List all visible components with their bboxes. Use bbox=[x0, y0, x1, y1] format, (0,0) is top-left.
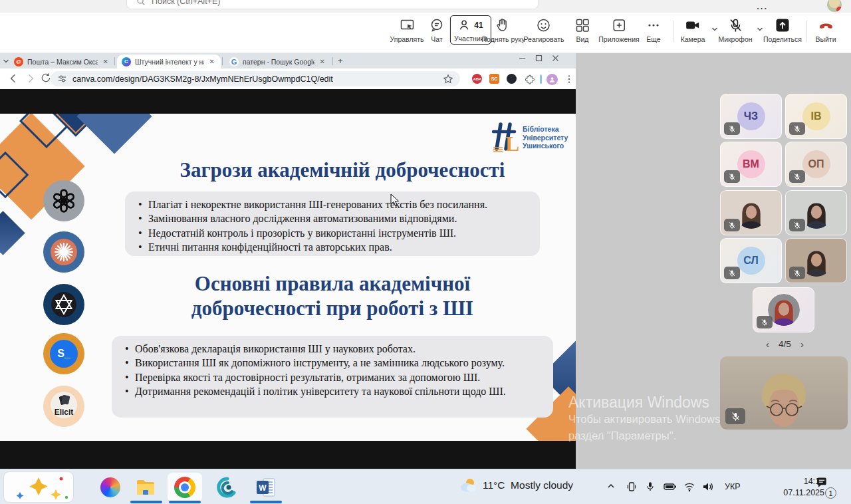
tiles-pagination: ‹ 4/5 › bbox=[750, 338, 820, 350]
tab-search-icon[interactable] bbox=[3, 59, 9, 64]
mic-chevron-icon[interactable] bbox=[757, 27, 763, 32]
chrome-icon[interactable] bbox=[172, 475, 197, 500]
apps-icon bbox=[611, 17, 627, 33]
clock[interactable]: 14:12 07.11.2025 bbox=[755, 476, 824, 499]
weather-icon bbox=[459, 476, 477, 495]
leave-icon bbox=[818, 17, 834, 33]
weather-desc: Mostly cloudy bbox=[511, 479, 573, 491]
tab-close-icon[interactable]: ✕ bbox=[102, 58, 110, 65]
widgets-button[interactable] bbox=[4, 472, 73, 502]
file-explorer-icon[interactable] bbox=[133, 475, 158, 500]
raise-hand-button[interactable]: Поднять руку bbox=[482, 17, 525, 43]
tray-chevron-icon[interactable] bbox=[606, 481, 616, 493]
google-favicon: G bbox=[229, 57, 239, 66]
participant-tile[interactable] bbox=[785, 190, 847, 235]
copilot-icon[interactable] bbox=[98, 475, 123, 500]
chat-label: Чат bbox=[431, 35, 442, 43]
participant-tile-single[interactable] bbox=[753, 287, 814, 332]
vc-toolbar: Управлять Чат 41 Участники Поднять руку … bbox=[0, 13, 851, 53]
bookmark-star-icon[interactable] bbox=[443, 74, 453, 84]
browser-menu-icon[interactable] bbox=[564, 74, 574, 84]
word-running-indicator bbox=[250, 501, 282, 503]
participant-tile[interactable]: ЧЗ bbox=[720, 94, 782, 139]
pagination-prev-icon[interactable]: ‹ bbox=[766, 338, 769, 350]
pagination-next-icon[interactable]: › bbox=[800, 338, 804, 350]
more-button[interactable]: Еще bbox=[646, 17, 662, 43]
participants-icon bbox=[458, 18, 473, 33]
chat-button[interactable]: Чат bbox=[429, 17, 445, 43]
participant-tile[interactable]: СЛ bbox=[720, 238, 782, 283]
tray-wifi-icon[interactable] bbox=[683, 481, 695, 495]
share-button[interactable]: Поделиться bbox=[763, 17, 802, 43]
tab-close-icon[interactable]: ✕ bbox=[208, 58, 216, 65]
adblock-extension-icon[interactable]: ABP bbox=[472, 74, 482, 84]
word-icon[interactable]: W bbox=[253, 475, 279, 500]
participant-tile[interactable]: ОП bbox=[785, 142, 847, 187]
tab-close-icon[interactable]: ✕ bbox=[318, 58, 326, 65]
forward-icon[interactable] bbox=[24, 72, 37, 85]
url-bar[interactable]: canva.com/design/DAG3KSM2g-8/JxMymNEhErU… bbox=[51, 71, 460, 86]
participant-tile[interactable] bbox=[720, 190, 782, 235]
browser-content: L Бібліотека Університету Ушинського Заг… bbox=[0, 89, 576, 469]
profile-avatar[interactable] bbox=[547, 74, 558, 85]
react-icon bbox=[536, 17, 552, 33]
decor-diamond-navy-2 bbox=[0, 211, 25, 255]
sc-extension-icon[interactable]: SC bbox=[489, 74, 499, 84]
pinned-indicator bbox=[540, 74, 542, 84]
toolbar-separator-2 bbox=[806, 21, 807, 42]
tab-mail[interactable]: @ Пошта – Максим Оксана Ана ✕ bbox=[9, 55, 114, 68]
share-label: Поделиться bbox=[763, 35, 802, 43]
site-settings-icon[interactable] bbox=[57, 74, 67, 84]
self-video-tile[interactable] bbox=[720, 356, 848, 430]
slide-title-2: Основні правила академічної доброчесност… bbox=[70, 271, 576, 320]
weather-widget[interactable]: 11°C Mostly cloudy bbox=[459, 476, 573, 495]
react-button[interactable]: Реагировать bbox=[524, 17, 564, 43]
view-icon bbox=[574, 17, 590, 33]
dark-extension-icon[interactable] bbox=[507, 74, 517, 84]
maximize-icon[interactable] bbox=[535, 55, 543, 62]
bullet-item: Перевірка якості та достовірності резуль… bbox=[125, 370, 543, 384]
participant-tile[interactable]: ІВ bbox=[785, 94, 847, 139]
participant-tile[interactable]: ВМ bbox=[720, 142, 782, 187]
muted-mic-badge bbox=[725, 408, 745, 424]
leave-button[interactable]: Выйти bbox=[815, 17, 836, 43]
apps-button[interactable]: Приложения bbox=[598, 17, 639, 43]
window-controls bbox=[519, 55, 559, 62]
star-tool-icon bbox=[43, 284, 84, 325]
camera-icon bbox=[685, 17, 701, 33]
tray-device-icon[interactable] bbox=[626, 481, 637, 495]
manage-label: Управлять bbox=[390, 35, 424, 43]
mouse-cursor bbox=[390, 193, 400, 207]
view-button[interactable]: Вид bbox=[574, 17, 590, 43]
search-input[interactable]: Поиск (Ctrl+Alt+E) bbox=[126, 0, 539, 9]
slide-title-1: Загрози академічній доброчесності bbox=[80, 158, 576, 182]
extensions-puzzle-icon[interactable] bbox=[524, 74, 535, 85]
scispace-icon: S_ bbox=[43, 333, 84, 374]
user-avatar[interactable] bbox=[827, 0, 842, 12]
window-more-button[interactable]: ... bbox=[757, 1, 768, 11]
camera-button[interactable]: Камера bbox=[681, 17, 705, 43]
tab-canva[interactable]: C Штучний інтелект у науковій д ✕ bbox=[117, 55, 221, 68]
muted-mic-badge bbox=[789, 122, 805, 135]
bullet-item: Обов'язкова декларація використання ШІ у… bbox=[125, 342, 543, 356]
camera-chevron-icon[interactable] bbox=[711, 27, 718, 32]
mail-favicon: @ bbox=[14, 57, 23, 66]
minimize-icon[interactable] bbox=[519, 55, 526, 62]
tray-volume-icon[interactable] bbox=[702, 481, 714, 495]
muted-mic-badge bbox=[724, 170, 740, 183]
new-tab-button[interactable]: + bbox=[338, 56, 343, 66]
manage-button[interactable]: Управлять bbox=[390, 17, 424, 43]
mic-label: Микрофон bbox=[718, 35, 752, 43]
tray-battery-icon[interactable] bbox=[664, 481, 677, 495]
back-icon[interactable] bbox=[7, 72, 20, 85]
participant-tile[interactable] bbox=[785, 238, 847, 283]
bullet-item: Недостатній контроль і прозорість у вико… bbox=[138, 226, 529, 240]
language-indicator[interactable]: УКР bbox=[725, 482, 741, 491]
mic-button[interactable]: Микрофон bbox=[718, 17, 752, 43]
canva-favicon: C bbox=[122, 57, 131, 66]
tab-google[interactable]: G патерн - Пошук Google ✕ bbox=[225, 55, 331, 68]
meeting-app-icon[interactable] bbox=[215, 475, 240, 500]
chat-icon bbox=[429, 17, 445, 33]
tray-mic-icon[interactable] bbox=[645, 481, 656, 495]
close-icon[interactable] bbox=[552, 55, 559, 62]
